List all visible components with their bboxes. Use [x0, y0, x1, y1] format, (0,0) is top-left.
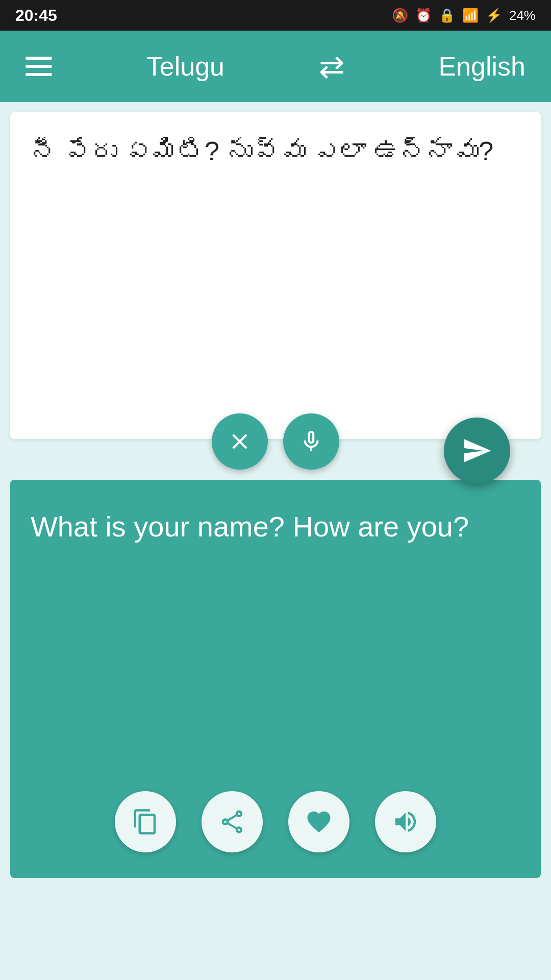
output-actions: [115, 791, 436, 852]
share-button[interactable]: [202, 791, 263, 852]
volume-icon: [392, 808, 419, 836]
input-section: నీ పేరు ఏమిటి? నువ్వు ఎలా ఉన్నావు?: [10, 112, 541, 439]
clear-button[interactable]: [212, 413, 268, 470]
share-icon: [218, 808, 246, 836]
signal-icon: 📶: [462, 8, 479, 23]
status-bar: 20:45 🔕 ⏰ 🔒 📶 ⚡ 24%: [0, 0, 551, 31]
speak-button[interactable]: [375, 791, 436, 852]
input-text[interactable]: నీ పేరు ఏమిటి? నువ్వు ఎలా ఉన్నావు?: [31, 133, 520, 170]
source-language-label[interactable]: Telugu: [146, 51, 224, 82]
output-text: What is your name? How are you?: [31, 505, 520, 548]
sim-icon: 🔒: [439, 8, 455, 23]
main-content: నీ పేరు ఏమిటి? నువ్వు ఎలా ఉన్నావు?: [0, 112, 551, 878]
menu-button[interactable]: [26, 57, 52, 76]
status-time: 20:45: [15, 6, 57, 25]
input-actions: [212, 413, 339, 470]
favorite-button[interactable]: [288, 791, 349, 852]
swap-languages-button[interactable]: ⇄: [319, 48, 344, 84]
send-icon: [462, 435, 492, 466]
output-section: What is your name? How are you?: [10, 480, 541, 878]
microphone-button[interactable]: [283, 413, 339, 470]
send-translate-button[interactable]: [444, 418, 510, 484]
copy-button[interactable]: [115, 791, 176, 852]
toolbar: Telugu ⇄ English: [0, 31, 551, 102]
battery-icon: ⚡: [486, 8, 502, 23]
copy-icon: [132, 808, 159, 836]
mute-icon: 🔕: [392, 8, 408, 23]
target-language-label[interactable]: English: [438, 51, 525, 82]
mic-icon: [298, 429, 324, 454]
close-icon: [227, 429, 253, 454]
alarm-icon: ⏰: [415, 8, 432, 23]
heart-icon: [305, 808, 333, 836]
status-icons: 🔕 ⏰ 🔒 📶 ⚡ 24%: [392, 8, 536, 23]
battery-level: 24%: [509, 8, 536, 23]
